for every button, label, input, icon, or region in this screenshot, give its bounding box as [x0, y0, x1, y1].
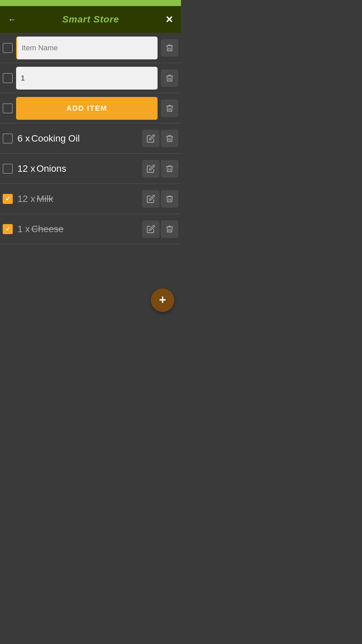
- shopping-list: ADD ITEM 6 x Cooking Oil 12 x Onions: [0, 33, 181, 244]
- quantity-delete-button[interactable]: [161, 69, 178, 87]
- quantity-input[interactable]: [16, 67, 158, 90]
- item-row-cheese: 1 x Cheese: [0, 214, 181, 244]
- edit-milk[interactable]: [142, 190, 160, 208]
- icons-milk: [141, 190, 178, 208]
- item-name-delete-button[interactable]: [161, 39, 178, 57]
- edit-onions[interactable]: [142, 160, 160, 177]
- item-row-cooking-oil: 6 x Cooking Oil: [0, 123, 181, 154]
- item-name-icons: [160, 39, 178, 57]
- quantity-checkbox[interactable]: [3, 73, 13, 83]
- checkbox-cheese[interactable]: [3, 224, 13, 234]
- item-row-milk: 12 x Milk: [0, 184, 181, 214]
- add-item-checkbox[interactable]: [3, 103, 13, 113]
- qty-onions: 12 x: [17, 163, 35, 174]
- status-bar: [0, 0, 181, 6]
- checkbox-milk[interactable]: [3, 194, 13, 204]
- name-cooking-oil: Cooking Oil: [31, 133, 139, 144]
- name-cheese: Cheese: [31, 224, 139, 234]
- item-name-input[interactable]: [16, 37, 158, 59]
- close-button[interactable]: ✕: [165, 14, 173, 25]
- back-button[interactable]: ←: [8, 15, 16, 24]
- fab-add-button[interactable]: +: [151, 288, 174, 312]
- edit-cheese[interactable]: [142, 220, 160, 238]
- edit-cooking-oil[interactable]: [142, 130, 160, 147]
- checkbox-onions[interactable]: [3, 164, 13, 174]
- item-name-row: [0, 33, 181, 63]
- fab-plus-icon: +: [159, 294, 166, 306]
- qty-milk: 12 x: [17, 194, 35, 204]
- item-name-checkbox[interactable]: [3, 43, 13, 53]
- qty-cooking-oil: 6 x: [17, 133, 30, 144]
- add-item-delete-button[interactable]: [161, 100, 178, 117]
- delete-milk[interactable]: [161, 190, 178, 208]
- items-list: 6 x Cooking Oil 12 x Onions 12 x Milk 1 …: [0, 123, 181, 244]
- delete-onions[interactable]: [161, 160, 178, 177]
- item-row-onions: 12 x Onions: [0, 154, 181, 184]
- header: ← Smart Store ✕: [0, 6, 181, 33]
- app-title: Smart Store: [62, 14, 119, 25]
- name-milk: Milk: [37, 194, 139, 204]
- add-item-button[interactable]: ADD ITEM: [16, 97, 158, 120]
- quantity-row: [0, 63, 181, 93]
- checkbox-cooking-oil[interactable]: [3, 133, 13, 144]
- delete-cheese[interactable]: [161, 220, 178, 238]
- icons-cooking-oil: [141, 130, 178, 147]
- qty-cheese: 1 x: [17, 224, 30, 234]
- name-onions: Onions: [37, 163, 139, 174]
- add-item-row: ADD ITEM: [0, 93, 181, 123]
- add-item-icons: [160, 100, 178, 117]
- quantity-icons: [160, 69, 178, 87]
- icons-cheese: [141, 220, 178, 238]
- delete-cooking-oil[interactable]: [161, 130, 178, 147]
- icons-onions: [141, 160, 178, 177]
